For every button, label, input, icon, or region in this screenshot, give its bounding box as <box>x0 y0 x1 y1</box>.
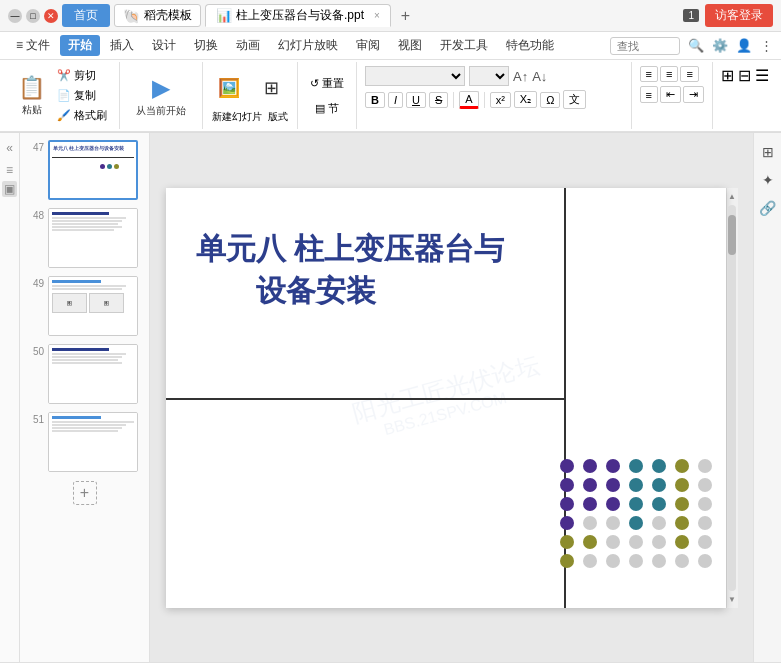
file-tab[interactable]: 📊 柱上变压器台与设备.ppt × <box>205 4 391 27</box>
notes-view-icon[interactable]: ☰ <box>755 66 769 85</box>
tab-dev[interactable]: 开发工具 <box>432 35 496 56</box>
minimize-button[interactable]: — <box>8 9 22 23</box>
tab-slideshow[interactable]: 幻灯片放映 <box>270 35 346 56</box>
align-center-button[interactable]: ≡ <box>660 66 678 82</box>
play-label: 从当前开始 <box>136 104 186 118</box>
scroll-up-arrow[interactable]: ▲ <box>726 190 738 203</box>
slide-thumb-51[interactable]: 51 <box>22 409 147 475</box>
slide-dot <box>629 497 643 511</box>
slide-preview-50[interactable] <box>48 344 138 404</box>
slide-dot <box>583 497 597 511</box>
scroll-track[interactable] <box>728 205 736 591</box>
home-tab[interactable]: 首页 <box>62 4 110 27</box>
tab-transition[interactable]: 切换 <box>186 35 226 56</box>
layout-icon: ⊞ <box>264 77 279 99</box>
maximize-button[interactable]: □ <box>26 9 40 23</box>
slide-thumb-47[interactable]: 47 单元八 柱上变压器台与设备安装 <box>22 137 147 203</box>
tab-design[interactable]: 设计 <box>144 35 184 56</box>
slide-dot <box>629 516 643 530</box>
tab-view[interactable]: 视图 <box>390 35 430 56</box>
strikethrough-button[interactable]: S <box>429 92 448 108</box>
settings-icon[interactable]: ⚙️ <box>712 38 728 53</box>
font-size-increase-icon[interactable]: A↑ <box>513 69 528 84</box>
superscript-button[interactable]: x² <box>490 92 511 108</box>
slide-thumb-48[interactable]: 48 <box>22 205 147 271</box>
subscript-button[interactable]: X₂ <box>514 91 537 108</box>
new-slide-button[interactable]: 🖼️ <box>211 68 247 108</box>
play-group: ▶ 从当前开始 <box>120 62 203 129</box>
section-button[interactable]: ▤ 节 <box>311 100 343 117</box>
slide-dot <box>629 478 643 492</box>
slide-dot <box>698 459 712 473</box>
layout-button[interactable]: ⊞ <box>253 68 289 108</box>
tab-file[interactable]: ≡ 文件 <box>8 35 58 56</box>
file-tab-close[interactable]: × <box>374 10 380 21</box>
slide-sorter-icon[interactable]: ⊟ <box>738 66 751 85</box>
paste-icon: 📋 <box>18 75 45 101</box>
copy-button[interactable]: 📄 复制 <box>53 87 111 104</box>
copy-label: 复制 <box>74 88 96 103</box>
login-button[interactable]: 访客登录 <box>705 4 773 27</box>
right-tool-1[interactable]: ⊞ <box>757 141 779 163</box>
new-slide-icon: 🖼️ <box>218 77 240 99</box>
align-left-button[interactable]: ≡ <box>640 66 658 82</box>
thumbnail-view-icon[interactable]: ▣ <box>2 181 17 197</box>
slide-preview-47[interactable]: 单元八 柱上变压器台与设备安装 <box>48 140 138 200</box>
right-tool-3[interactable]: 🔗 <box>757 197 779 219</box>
slide-dot <box>675 459 689 473</box>
user-icon[interactable]: 👤 <box>736 38 752 53</box>
slide-dot <box>698 478 712 492</box>
add-tab-button[interactable]: + <box>395 7 416 25</box>
char-spacing-button[interactable]: 文 <box>563 90 586 109</box>
play-button[interactable]: ▶ 从当前开始 <box>130 69 192 123</box>
tab-special[interactable]: 特色功能 <box>498 35 562 56</box>
slide-preview-49[interactable]: 图 图 <box>48 276 138 336</box>
underline-button[interactable]: U <box>406 92 426 108</box>
scroll-down-arrow[interactable]: ▼ <box>726 593 738 606</box>
slide-dot <box>698 497 712 511</box>
paste-button[interactable]: 📋 粘贴 <box>12 69 51 123</box>
vertical-scrollbar[interactable]: ▲ ▼ <box>726 188 738 608</box>
format-brush-button[interactable]: 🖌️ 格式刷 <box>53 107 111 124</box>
outline-view-icon[interactable]: ≡ <box>6 163 13 177</box>
slide-preview-48[interactable] <box>48 208 138 268</box>
slide-num-48: 48 <box>26 210 44 221</box>
indent-increase-button[interactable]: ⇥ <box>683 86 704 103</box>
tab-insert[interactable]: 插入 <box>102 35 142 56</box>
font-size-select[interactable] <box>469 66 509 86</box>
font-family-select[interactable] <box>365 66 465 86</box>
font-color-button[interactable]: A <box>459 91 478 109</box>
indent-decrease-button[interactable]: ⇤ <box>660 86 681 103</box>
more-icon[interactable]: ⋮ <box>760 38 773 53</box>
italic-button[interactable]: I <box>388 92 403 108</box>
close-button[interactable]: ✕ <box>44 9 58 23</box>
add-slide-button[interactable]: + <box>73 481 97 505</box>
tab-home[interactable]: 开始 <box>60 35 100 56</box>
format-brush-label: 格式刷 <box>74 108 107 123</box>
tab-animation[interactable]: 动画 <box>228 35 268 56</box>
bold-button[interactable]: B <box>365 92 385 108</box>
slide-preview-51[interactable] <box>48 412 138 472</box>
special-char-button[interactable]: Ω <box>540 92 560 108</box>
reset-button[interactable]: ↺ 重置 <box>306 75 348 92</box>
slide-dot <box>583 554 597 568</box>
panel-collapse-icon[interactable]: « <box>6 141 13 155</box>
layout-view-icon[interactable]: ⊞ <box>721 66 734 85</box>
search-input[interactable] <box>610 37 680 55</box>
slide-dot <box>560 478 574 492</box>
tab-review[interactable]: 审阅 <box>348 35 388 56</box>
font-size-decrease-icon[interactable]: A↓ <box>532 69 547 84</box>
title-bar-left: — □ ✕ 首页 🐚 稻壳模板 📊 柱上变压器台与设备.ppt × + <box>8 4 416 27</box>
note-area: 📝 单击此处添加备注 <box>0 662 781 669</box>
slide-thumb-50[interactable]: 50 <box>22 341 147 407</box>
slide-thumb-49[interactable]: 49 图 图 <box>22 273 147 339</box>
line-spacing-button[interactable]: ≡ <box>640 86 658 103</box>
scroll-thumb[interactable] <box>728 215 736 255</box>
cut-button[interactable]: ✂️ 剪切 <box>53 67 111 84</box>
right-tool-2[interactable]: ✦ <box>757 169 779 191</box>
template-tab[interactable]: 🐚 稻壳模板 <box>114 4 201 27</box>
slide-dot <box>675 554 689 568</box>
search-icon[interactable]: 🔍 <box>688 38 704 53</box>
align-right-button[interactable]: ≡ <box>680 66 698 82</box>
slide-dot <box>583 535 597 549</box>
